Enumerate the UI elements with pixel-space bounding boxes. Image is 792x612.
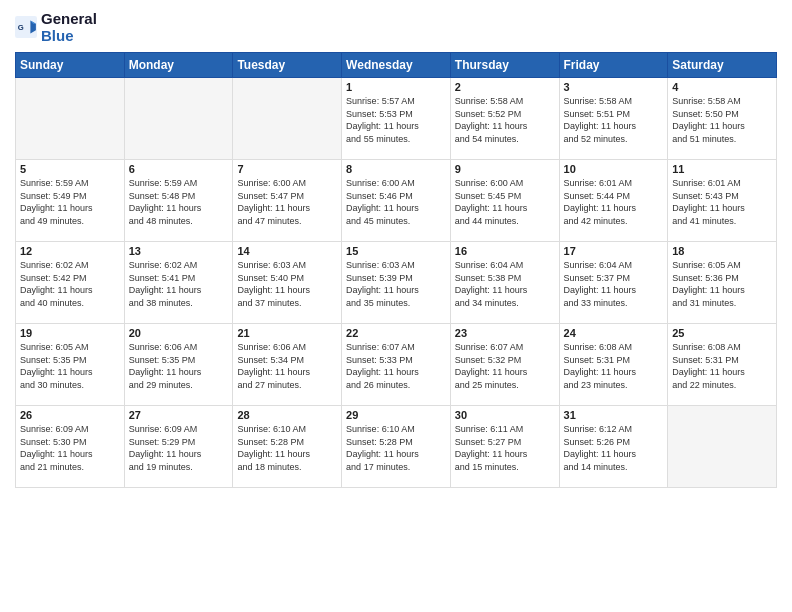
day-info: Sunrise: 6:03 AMSunset: 5:39 PMDaylight:… — [346, 259, 446, 309]
day-info: Sunrise: 6:00 AMSunset: 5:46 PMDaylight:… — [346, 177, 446, 227]
day-number: 19 — [20, 327, 120, 339]
day-cell-7: 7Sunrise: 6:00 AMSunset: 5:47 PMDaylight… — [233, 160, 342, 242]
day-cell-19: 19Sunrise: 6:05 AMSunset: 5:35 PMDayligh… — [16, 324, 125, 406]
day-info: Sunrise: 6:09 AMSunset: 5:30 PMDaylight:… — [20, 423, 120, 473]
day-info: Sunrise: 6:07 AMSunset: 5:33 PMDaylight:… — [346, 341, 446, 391]
day-number: 6 — [129, 163, 229, 175]
day-cell-28: 28Sunrise: 6:10 AMSunset: 5:28 PMDayligh… — [233, 406, 342, 488]
day-cell-5: 5Sunrise: 5:59 AMSunset: 5:49 PMDaylight… — [16, 160, 125, 242]
day-number: 14 — [237, 245, 337, 257]
day-info: Sunrise: 6:05 AMSunset: 5:35 PMDaylight:… — [20, 341, 120, 391]
day-cell-12: 12Sunrise: 6:02 AMSunset: 5:42 PMDayligh… — [16, 242, 125, 324]
day-info: Sunrise: 6:08 AMSunset: 5:31 PMDaylight:… — [564, 341, 664, 391]
weekday-sunday: Sunday — [16, 53, 125, 78]
day-cell-27: 27Sunrise: 6:09 AMSunset: 5:29 PMDayligh… — [124, 406, 233, 488]
day-cell-30: 30Sunrise: 6:11 AMSunset: 5:27 PMDayligh… — [450, 406, 559, 488]
day-number: 9 — [455, 163, 555, 175]
empty-cell — [668, 406, 777, 488]
day-number: 29 — [346, 409, 446, 421]
day-number: 16 — [455, 245, 555, 257]
day-info: Sunrise: 6:01 AMSunset: 5:43 PMDaylight:… — [672, 177, 772, 227]
week-row-1: 1Sunrise: 5:57 AMSunset: 5:53 PMDaylight… — [16, 78, 777, 160]
calendar: SundayMondayTuesdayWednesdayThursdayFrid… — [15, 52, 777, 488]
day-number: 8 — [346, 163, 446, 175]
day-cell-2: 2Sunrise: 5:58 AMSunset: 5:52 PMDaylight… — [450, 78, 559, 160]
day-number: 25 — [672, 327, 772, 339]
day-number: 5 — [20, 163, 120, 175]
day-number: 21 — [237, 327, 337, 339]
day-info: Sunrise: 6:06 AMSunset: 5:34 PMDaylight:… — [237, 341, 337, 391]
day-info: Sunrise: 5:57 AMSunset: 5:53 PMDaylight:… — [346, 95, 446, 145]
day-cell-23: 23Sunrise: 6:07 AMSunset: 5:32 PMDayligh… — [450, 324, 559, 406]
day-cell-29: 29Sunrise: 6:10 AMSunset: 5:28 PMDayligh… — [342, 406, 451, 488]
day-info: Sunrise: 6:02 AMSunset: 5:42 PMDaylight:… — [20, 259, 120, 309]
day-number: 18 — [672, 245, 772, 257]
day-info: Sunrise: 5:59 AMSunset: 5:49 PMDaylight:… — [20, 177, 120, 227]
day-info: Sunrise: 5:58 AMSunset: 5:50 PMDaylight:… — [672, 95, 772, 145]
day-cell-9: 9Sunrise: 6:00 AMSunset: 5:45 PMDaylight… — [450, 160, 559, 242]
day-number: 24 — [564, 327, 664, 339]
day-cell-21: 21Sunrise: 6:06 AMSunset: 5:34 PMDayligh… — [233, 324, 342, 406]
week-row-4: 19Sunrise: 6:05 AMSunset: 5:35 PMDayligh… — [16, 324, 777, 406]
day-number: 17 — [564, 245, 664, 257]
day-number: 15 — [346, 245, 446, 257]
day-cell-31: 31Sunrise: 6:12 AMSunset: 5:26 PMDayligh… — [559, 406, 668, 488]
svg-text:G: G — [18, 23, 24, 32]
day-info: Sunrise: 6:05 AMSunset: 5:36 PMDaylight:… — [672, 259, 772, 309]
day-info: Sunrise: 5:59 AMSunset: 5:48 PMDaylight:… — [129, 177, 229, 227]
day-number: 10 — [564, 163, 664, 175]
weekday-monday: Monday — [124, 53, 233, 78]
day-number: 28 — [237, 409, 337, 421]
day-info: Sunrise: 6:09 AMSunset: 5:29 PMDaylight:… — [129, 423, 229, 473]
day-info: Sunrise: 6:01 AMSunset: 5:44 PMDaylight:… — [564, 177, 664, 227]
day-cell-26: 26Sunrise: 6:09 AMSunset: 5:30 PMDayligh… — [16, 406, 125, 488]
day-number: 31 — [564, 409, 664, 421]
day-number: 7 — [237, 163, 337, 175]
day-info: Sunrise: 6:04 AMSunset: 5:38 PMDaylight:… — [455, 259, 555, 309]
empty-cell — [16, 78, 125, 160]
day-cell-20: 20Sunrise: 6:06 AMSunset: 5:35 PMDayligh… — [124, 324, 233, 406]
day-info: Sunrise: 6:04 AMSunset: 5:37 PMDaylight:… — [564, 259, 664, 309]
day-cell-25: 25Sunrise: 6:08 AMSunset: 5:31 PMDayligh… — [668, 324, 777, 406]
day-number: 26 — [20, 409, 120, 421]
weekday-thursday: Thursday — [450, 53, 559, 78]
day-number: 20 — [129, 327, 229, 339]
day-cell-18: 18Sunrise: 6:05 AMSunset: 5:36 PMDayligh… — [668, 242, 777, 324]
day-info: Sunrise: 6:08 AMSunset: 5:31 PMDaylight:… — [672, 341, 772, 391]
day-number: 13 — [129, 245, 229, 257]
empty-cell — [233, 78, 342, 160]
weekday-tuesday: Tuesday — [233, 53, 342, 78]
day-cell-24: 24Sunrise: 6:08 AMSunset: 5:31 PMDayligh… — [559, 324, 668, 406]
day-cell-16: 16Sunrise: 6:04 AMSunset: 5:38 PMDayligh… — [450, 242, 559, 324]
weekday-wednesday: Wednesday — [342, 53, 451, 78]
day-number: 23 — [455, 327, 555, 339]
day-number: 3 — [564, 81, 664, 93]
day-info: Sunrise: 5:58 AMSunset: 5:52 PMDaylight:… — [455, 95, 555, 145]
day-number: 12 — [20, 245, 120, 257]
day-info: Sunrise: 6:10 AMSunset: 5:28 PMDaylight:… — [237, 423, 337, 473]
day-cell-8: 8Sunrise: 6:00 AMSunset: 5:46 PMDaylight… — [342, 160, 451, 242]
week-row-3: 12Sunrise: 6:02 AMSunset: 5:42 PMDayligh… — [16, 242, 777, 324]
day-number: 11 — [672, 163, 772, 175]
day-info: Sunrise: 6:00 AMSunset: 5:45 PMDaylight:… — [455, 177, 555, 227]
empty-cell — [124, 78, 233, 160]
day-cell-22: 22Sunrise: 6:07 AMSunset: 5:33 PMDayligh… — [342, 324, 451, 406]
day-cell-11: 11Sunrise: 6:01 AMSunset: 5:43 PMDayligh… — [668, 160, 777, 242]
day-info: Sunrise: 6:11 AMSunset: 5:27 PMDaylight:… — [455, 423, 555, 473]
day-info: Sunrise: 6:12 AMSunset: 5:26 PMDaylight:… — [564, 423, 664, 473]
day-info: Sunrise: 6:07 AMSunset: 5:32 PMDaylight:… — [455, 341, 555, 391]
day-number: 22 — [346, 327, 446, 339]
day-cell-4: 4Sunrise: 5:58 AMSunset: 5:50 PMDaylight… — [668, 78, 777, 160]
day-cell-17: 17Sunrise: 6:04 AMSunset: 5:37 PMDayligh… — [559, 242, 668, 324]
logo-icon: G — [15, 16, 37, 38]
day-cell-15: 15Sunrise: 6:03 AMSunset: 5:39 PMDayligh… — [342, 242, 451, 324]
logo-text: General Blue — [41, 10, 97, 44]
day-cell-13: 13Sunrise: 6:02 AMSunset: 5:41 PMDayligh… — [124, 242, 233, 324]
day-info: Sunrise: 6:06 AMSunset: 5:35 PMDaylight:… — [129, 341, 229, 391]
day-number: 1 — [346, 81, 446, 93]
header: G General Blue — [15, 10, 777, 44]
day-info: Sunrise: 5:58 AMSunset: 5:51 PMDaylight:… — [564, 95, 664, 145]
day-info: Sunrise: 6:02 AMSunset: 5:41 PMDaylight:… — [129, 259, 229, 309]
day-info: Sunrise: 6:00 AMSunset: 5:47 PMDaylight:… — [237, 177, 337, 227]
day-number: 30 — [455, 409, 555, 421]
